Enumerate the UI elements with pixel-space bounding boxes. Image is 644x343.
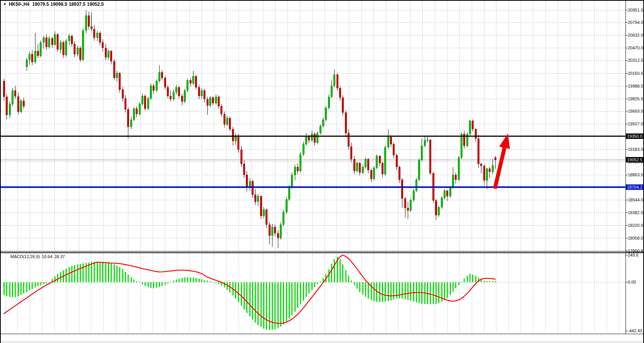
price-tick-label: 19988.5 — [628, 83, 643, 89]
current-price-badge: 19052.5 — [626, 157, 644, 162]
price-tick-label: 19826.5 — [628, 96, 643, 101]
macd-tick-label: -442.43 — [628, 328, 642, 333]
price-tick-label: 19183.0 — [628, 147, 643, 152]
price-tick-label: 18382.0 — [628, 210, 643, 215]
macd-signal-value: 28.37 — [54, 254, 65, 259]
ohlc-high: 19098.5 — [50, 2, 67, 7]
chart-window: ▼HK50-,H4 19079.519098.518937.519052.5 M… — [0, 0, 644, 343]
price-tick-label: 20951.5 — [628, 7, 643, 13]
window-bottom-edge — [0, 341, 644, 343]
macd-tick-label: 0.00 — [628, 279, 636, 285]
price-tick-label: 20470.0 — [628, 45, 643, 51]
price-tick-label: 18544.0 — [628, 197, 643, 203]
price-tick-label: 20632.0 — [628, 32, 643, 38]
symbol-timeframe-label: HK50-,H4 — [9, 2, 29, 7]
symbol-dropdown-icon[interactable]: ▼ — [3, 2, 7, 6]
price-tick-label: 20312.5 — [628, 57, 643, 63]
macd-value: 10.64 — [42, 254, 52, 259]
macd-indicator-label: MACD(12,26,9)10.6428.37 — [10, 254, 67, 259]
price-tick-label: 18863.5 — [628, 172, 643, 177]
ohlc-low: 18937.5 — [69, 2, 85, 7]
ohlc-open: 19079.5 — [32, 2, 49, 7]
chart-title: ▼HK50-,H4 19079.519098.518937.519052.5 — [3, 2, 105, 7]
price-tick-label: 18220.0 — [628, 223, 643, 228]
macd-tick-label: 249.6 — [628, 252, 639, 258]
price-tick-label: 20150.5 — [628, 71, 643, 76]
resistance-price-badge: 19350.0 — [626, 133, 644, 139]
price-tick-label: 19669.0 — [628, 108, 643, 114]
price-tick-label: 19507.0 — [628, 121, 643, 127]
support-price-badge: 18704.2 — [626, 184, 644, 190]
ohlc-close: 19052.5 — [87, 2, 104, 7]
time-axis: 23 Mar 202329 Mar 01:154 Apr 01:1513 Apr… — [0, 334, 644, 341]
price-tick-label: 20794.0 — [628, 20, 643, 25]
price-tick-label: 18058.0 — [628, 235, 643, 241]
macd-name: MACD(12,26,9) — [10, 254, 40, 259]
candlestick-chart[interactable] — [0, 0, 644, 343]
